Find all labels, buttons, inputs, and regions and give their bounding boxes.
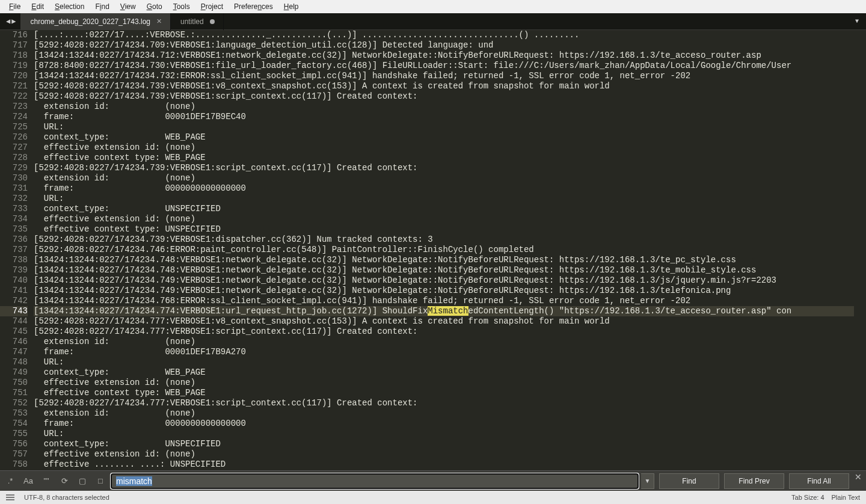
find-input[interactable] [111,473,639,489]
line-number: 758 [0,459,28,470]
status-bar: UTF-8, 8 characters selected Tab Size: 4… [0,491,866,504]
tab-0[interactable]: chrome_debug_2020_0227_1743.log ✕ [20,13,171,30]
code-line[interactable]: context_type: WEB_PAGE [34,367,854,378]
find-regex-toggle[interactable]: .* [2,473,18,489]
code-line[interactable]: [13424:13244:0227/174234.749:VERBOSE1:ne… [34,275,854,286]
status-left[interactable]: UTF-8, 8 characters selected [24,494,109,501]
line-number: 745 [0,327,28,337]
code-line[interactable]: [5292:4028:0227/174234.739:VERBOSE1:disp… [34,235,854,245]
menu-help[interactable]: Help [278,1,304,12]
tab-1[interactable]: untitled [171,13,224,30]
menu-goto[interactable]: Goto [141,1,168,12]
line-number: 740 [0,275,28,286]
code-line[interactable]: [13424:13244:0227/174234.749:VERBOSE1:ne… [34,286,854,296]
code-line[interactable]: [13424:13244:0227/174234.774:VERBOSE1:ur… [34,306,854,316]
find-case-toggle[interactable]: Aa [20,473,36,489]
find-history-dropdown-icon[interactable]: ▼ [641,473,654,489]
code-line[interactable]: context_type: UNSPECIFIED [34,204,854,214]
find-all-button[interactable]: Find All [789,473,849,489]
find-inselection-toggle[interactable]: ▢ [75,473,90,489]
line-number: 753 [0,408,28,419]
code-line[interactable]: [5292:4028:0227/174234.709:VERBOSE1:lang… [34,40,854,51]
code-line[interactable]: [....:....:0227/17....:VERBOSE.:........… [34,30,854,40]
code-line[interactable]: context_type: UNSPECIFIED [34,439,854,449]
code-line[interactable]: frame: 0000000000000000 [34,183,854,194]
code-line[interactable]: [5292:4028:0227/174234.739:VERBOSE1:scri… [34,163,854,173]
code-line[interactable]: effective extension id: (none) [34,214,854,224]
code-line[interactable]: URL: [34,194,854,204]
code-line[interactable]: [13424:13244:0227/174234.748:VERBOSE1:ne… [34,265,854,275]
find-wholeword-toggle[interactable]: "" [38,473,54,489]
code-line[interactable]: [8728:8400:0227/174234.730:VERBOSE1:file… [34,61,854,71]
line-number: 750 [0,378,28,388]
line-number: 723 [0,102,28,112]
panel-switcher-icon[interactable] [6,497,14,498]
menu-tools[interactable]: Tools [168,1,195,12]
menu-view[interactable]: View [115,1,141,12]
close-icon[interactable]: ✕ [156,17,162,25]
dirty-indicator-icon [210,19,215,24]
code-line[interactable]: [5292:4028:0227/174234.739:VERBOSE1:v8_c… [34,81,854,91]
tab-back-icon[interactable]: ◀ [6,17,10,26]
code-line[interactable]: URL: [34,357,854,367]
code-line[interactable]: effective context type: WEB_PAGE [34,153,854,163]
code-line[interactable]: [13424:13244:0227/174234.712:VERBOSE1:ne… [34,51,854,61]
line-gutter: 7167177187197207217227237247257267277287… [0,30,34,470]
line-number: 726 [0,132,28,143]
code-line[interactable]: [5292:4028:0227/174234.746:ERROR:paint_c… [34,245,854,255]
code-line[interactable]: extension id: (none) [34,337,854,347]
tab-forward-icon[interactable]: ▶ [11,17,16,26]
line-number: 730 [0,173,28,183]
line-number: 717 [0,40,28,51]
find-highlight-toggle[interactable]: □ [93,473,108,489]
find-wrap-toggle[interactable]: ⟳ [57,473,72,489]
line-number: 735 [0,224,28,235]
code-line[interactable]: URL: [34,429,854,439]
code-line[interactable]: effective context type: UNSPECIFIED [34,224,854,235]
code-line[interactable]: [5292:4028:0227/174234.777:VERBOSE1:scri… [34,398,854,408]
code-view[interactable]: [....:....:0227/17....:VERBOSE.:........… [34,30,854,470]
menu-file[interactable]: File [4,1,26,12]
code-line[interactable]: [5292:4028:0227/174234.777:VERBOSE1:scri… [34,327,854,337]
code-line[interactable]: frame: 00001DEF17B9A270 [34,347,854,357]
code-line[interactable]: extension id: (none) [34,408,854,419]
code-line[interactable]: effective ........ ....: UNSPECIFIED [34,459,854,470]
line-number: 746 [0,337,28,347]
line-number: 734 [0,214,28,224]
line-number: 747 [0,347,28,357]
code-line[interactable]: extension id: (none) [34,102,854,112]
find-bar: .* Aa "" ⟳ ▢ □ ▼ Find Find Prev Find All… [0,470,866,491]
find-button[interactable]: Find [659,473,719,489]
tab-dropdown-icon[interactable]: ▼ [848,18,866,25]
code-line[interactable]: frame: 0000000000000000 [34,419,854,429]
status-syntax[interactable]: Plain Text [832,494,861,501]
code-line[interactable]: [5292:4028:0227/174234.739:VERBOSE1:scri… [34,91,854,102]
menu-project[interactable]: Project [195,1,229,12]
find-prev-button[interactable]: Find Prev [724,473,784,489]
code-line[interactable]: [13424:13244:0227/174234.748:VERBOSE1:ne… [34,255,854,265]
menu-find[interactable]: Find [90,1,114,12]
code-line[interactable]: [13424:13244:0227/174234.732:ERROR:ssl_c… [34,71,854,81]
menu-preferences[interactable]: Preferences [229,1,278,12]
menu-selection[interactable]: Selection [49,1,90,12]
find-close-icon[interactable]: ✕ [852,472,865,482]
tab-history-nav: ◀ ▶ [1,17,20,26]
code-line[interactable]: effective context type: WEB_PAGE [34,388,854,398]
code-line[interactable]: [13424:13244:0227/174234.768:ERROR:ssl_c… [34,296,854,306]
code-line[interactable]: effective extension id: (none) [34,143,854,153]
code-line[interactable]: frame: 00001DEF17B9EC40 [34,112,854,122]
minimap[interactable] [854,30,866,470]
code-line[interactable]: URL: [34,122,854,132]
status-tabsize[interactable]: Tab Size: 4 [791,494,824,501]
code-line[interactable]: [5292:4028:0227/174234.777:VERBOSE1:v8_c… [34,316,854,327]
line-number: 754 [0,419,28,429]
line-number: 748 [0,357,28,367]
line-number: 744 [0,316,28,327]
code-line[interactable]: effective extension id: (none) [34,378,854,388]
code-line[interactable]: extension id: (none) [34,173,854,183]
line-number: 752 [0,398,28,408]
code-line[interactable]: effective extension id: (none) [34,449,854,459]
menu-edit[interactable]: Edit [26,1,49,12]
code-line[interactable]: context_type: WEB_PAGE [34,132,854,143]
line-number: 736 [0,235,28,245]
